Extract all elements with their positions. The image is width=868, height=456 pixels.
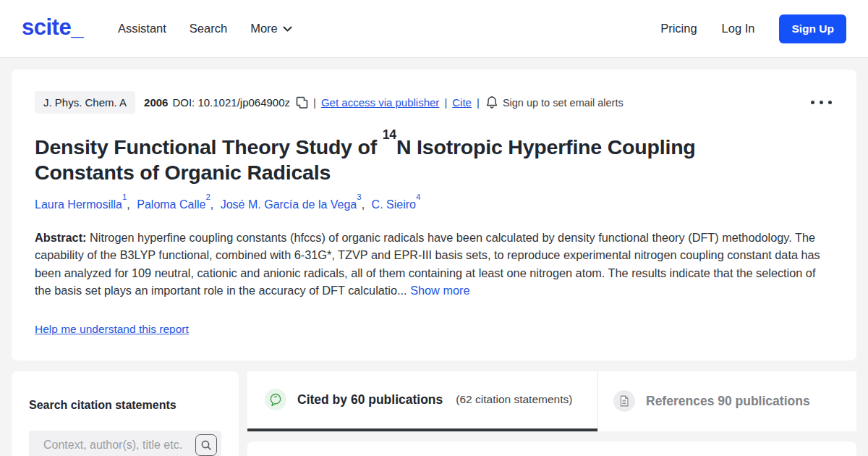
separator: , — [362, 198, 365, 211]
primary-nav: Assistant Search More — [118, 22, 292, 35]
doi-text: DOI: 10.1021/jp064900z — [172, 96, 290, 109]
email-alerts-label: Sign up to set email alerts — [503, 97, 624, 109]
author-link[interactable]: José M. García de la Vega3 — [221, 198, 362, 211]
author-link[interactable]: Paloma Calle2 — [137, 198, 210, 211]
bottom-row: Search citation statements — [12, 371, 856, 456]
signup-button[interactable]: Sign Up — [779, 14, 846, 43]
page-body: J. Phys. Chem. A 2006 DOI: 10.1021/jp064… — [0, 58, 868, 456]
get-access-link[interactable]: Get access via publisher — [321, 96, 439, 109]
isotope-superscript: 14 — [383, 127, 396, 142]
nav-login[interactable]: Log In — [722, 22, 755, 35]
publication-year: 2006 — [144, 96, 168, 109]
cited-by-label: Cited by 60 publications — [297, 392, 443, 408]
more-options-icon[interactable] — [809, 98, 833, 107]
top-navbar: scite_ Assistant Search More Pricing Log… — [0, 0, 868, 58]
citation-search-panel: Search citation statements — [12, 371, 239, 456]
separator: , — [210, 198, 213, 211]
tab-cited-by[interactable]: ” Cited by 60 publications (62 citation … — [247, 371, 597, 431]
svg-text:”: ” — [274, 395, 278, 402]
nav-more-label: More — [250, 22, 278, 35]
copy-doi-button[interactable] — [296, 96, 308, 109]
show-more-link[interactable]: Show more — [410, 284, 469, 297]
citation-search-box — [29, 431, 221, 456]
citation-statements-count: (62 citation statements) — [456, 393, 572, 406]
scite-logo[interactable]: scite_ — [22, 14, 83, 41]
paper-title: Density Functional Theory Study of 14N I… — [35, 130, 765, 185]
quote-bubble-icon: ” — [265, 389, 286, 410]
document-icon — [613, 390, 635, 412]
nav-right-group: Pricing Log In Sign Up — [660, 14, 846, 43]
author-link[interactable]: Laura Hermosilla1 — [35, 198, 127, 211]
nav-assistant[interactable]: Assistant — [118, 22, 166, 35]
references-label: References 90 publications — [646, 394, 810, 409]
separator: | — [313, 96, 316, 109]
citation-search-button[interactable] — [195, 434, 217, 456]
paper-card: J. Phys. Chem. A 2006 DOI: 10.1021/jp064… — [12, 69, 856, 360]
separator: | — [444, 96, 447, 109]
citation-results-card — [247, 442, 856, 456]
bell-icon — [486, 96, 498, 109]
author-link[interactable]: C. Sieiro4 — [372, 198, 421, 211]
abstract-label: Abstract: — [35, 231, 86, 244]
nav-pricing[interactable]: Pricing — [660, 22, 697, 35]
citations-section: ” Cited by 60 publications (62 citation … — [247, 371, 856, 456]
author-list: Laura Hermosilla1, Paloma Calle2, José M… — [35, 197, 833, 211]
email-alerts-control[interactable]: Sign up to set email alerts — [486, 96, 624, 109]
nav-more[interactable]: More — [250, 22, 292, 35]
separator: | — [477, 96, 480, 109]
tab-references[interactable]: References 90 publications — [597, 371, 856, 431]
chevron-down-icon — [283, 26, 292, 32]
abstract: Abstract: Nitrogen hyperfine coupling co… — [35, 229, 833, 300]
nav-search[interactable]: Search — [190, 22, 227, 35]
journal-badge: J. Phys. Chem. A — [35, 91, 135, 114]
paper-meta-row: J. Phys. Chem. A 2006 DOI: 10.1021/jp064… — [35, 91, 833, 114]
cite-link[interactable]: Cite — [452, 96, 472, 109]
help-me-understand-link[interactable]: Help me understand this report — [35, 323, 189, 336]
search-icon — [200, 439, 212, 451]
copy-icon — [296, 96, 308, 109]
separator: , — [127, 198, 129, 211]
tabs: ” Cited by 60 publications (62 citation … — [247, 371, 856, 431]
citation-search-input[interactable] — [38, 439, 195, 452]
citation-search-heading: Search citation statements — [29, 399, 221, 412]
